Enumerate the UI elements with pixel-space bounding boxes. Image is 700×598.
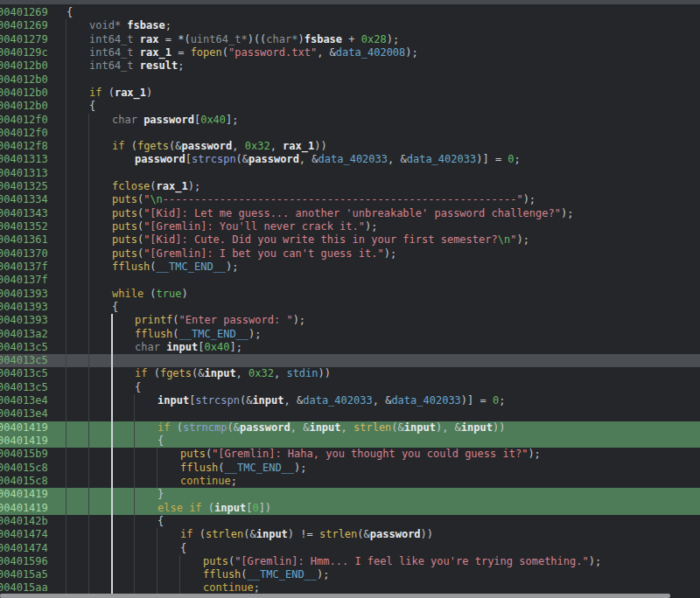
- code-line[interactable]: 004012f0: [0, 127, 700, 140]
- code-token: 0x40: [205, 341, 230, 353]
- code-line[interactable]: 00401370puts("[Gremlin]: I bet you can't…: [0, 247, 700, 261]
- indent-guide: [88, 381, 89, 394]
- code-line[interactable]: 004015b9puts("[Gremlin]: Haha, you thoug…: [0, 448, 700, 461]
- code-line[interactable]: 00401419if (strncmp(&password, &input, s…: [0, 421, 700, 435]
- indent-guide: [88, 407, 89, 421]
- code-line[interactable]: 00401393while (true): [0, 288, 700, 301]
- code-line[interactable]: 004013e4input[strcspn(&input, &data_4020…: [0, 394, 700, 407]
- indent-guide: [88, 462, 89, 475]
- line-address: 00401393: [0, 301, 48, 314]
- indent-guide: [88, 528, 89, 541]
- code-line[interactable]: 004012b0: [0, 73, 700, 87]
- code-line[interactable]: 00401352puts("[Gremlin]: You'll never cr…: [0, 220, 700, 233]
- line-address: 0040129c: [0, 46, 48, 59]
- line-address: 0040142b: [0, 515, 48, 528]
- code-line[interactable]: 004013e4: [0, 407, 700, 421]
- code-line[interactable]: 004013c5char input[0x40];: [0, 341, 700, 354]
- code-text: input[strcspn(&input, &data_402033, &dat…: [158, 394, 505, 407]
- code-line[interactable]: 004013c5if (fgets(&input, 0x32, stdin)): [0, 367, 700, 380]
- code-token: }: [158, 488, 164, 500]
- code-token: __TMC_END__: [179, 328, 248, 340]
- code-line[interactable]: 00401334puts("\n------------------------…: [0, 193, 700, 206]
- code-line[interactable]: 00401361puts("[Kid]: Cute. Did you write…: [0, 233, 700, 247]
- code-line[interactable]: 00401343puts("[Kid]: Let me guess... ano…: [0, 207, 700, 220]
- indent-guide: [157, 462, 158, 475]
- code-token: int64_t: [89, 33, 134, 45]
- code-line[interactable]: 00401474{: [0, 542, 700, 555]
- code-line[interactable]: 0040137ffflush(__TMC_END__);: [0, 261, 700, 274]
- indent-guide: [88, 207, 89, 220]
- code-line[interactable]: 004013c5: [0, 354, 700, 367]
- horizontal-scrollbar-thumb[interactable]: [0, 594, 670, 598]
- code-token: ;: [514, 153, 521, 165]
- line-address: 00401269: [0, 19, 48, 32]
- code-line[interactable]: 00401313: [0, 167, 700, 180]
- code-line[interactable]: 004015c8fflush(__TMC_END__);: [0, 462, 700, 475]
- code-line[interactable]: 004012f0char password[0x40];: [0, 114, 700, 127]
- code-line[interactable]: 00401419else if (input[0]): [0, 502, 700, 515]
- code-token: input: [204, 367, 235, 379]
- code-token: ----------------------------------------…: [163, 193, 523, 205]
- code-line[interactable]: 004013c5{: [0, 381, 700, 394]
- code-line[interactable]: 00401279int64_t rax = *(uint64_t*)((char…: [0, 33, 700, 46]
- code-token: ,: [270, 140, 283, 152]
- line-address: 004013e4: [0, 407, 48, 421]
- indent-guide: [66, 528, 66, 541]
- code-token: );: [248, 328, 261, 340]
- indent-guide: [66, 328, 66, 341]
- code-token: = *(: [159, 33, 191, 45]
- code-line[interactable]: 00401393{: [0, 301, 700, 314]
- code-token: fgets: [160, 367, 192, 379]
- code-token: if: [189, 502, 201, 514]
- code-token: ): [181, 288, 187, 300]
- decompiler-code-view[interactable]: 00401269{00401269void* fsbase;00401279in…: [0, 4, 700, 598]
- indent-guide: [88, 314, 89, 327]
- code-line[interactable]: 004012b0int64_t result;: [0, 59, 700, 73]
- code-token: (&: [391, 421, 403, 434]
- line-address: 004013c5: [0, 381, 48, 394]
- code-token: ;: [231, 475, 237, 487]
- code-token: rax_1: [157, 180, 188, 192]
- line-address: 004015b9: [0, 448, 48, 461]
- code-token: );: [226, 261, 238, 273]
- code-line[interactable]: 00401269void* fsbase;: [0, 19, 700, 32]
- code-line[interactable]: 00401325fclose(rax_1);: [0, 180, 700, 193]
- code-text: continue;: [180, 475, 237, 488]
- code-line[interactable]: 00401596puts("[Gremlin]: Hmm... I feel l…: [0, 555, 700, 568]
- code-line[interactable]: 004012b0if (rax_1): [0, 87, 700, 100]
- code-token: input: [404, 421, 436, 434]
- code-line[interactable]: 004015a5fflush(__TMC_END__);: [0, 568, 700, 581]
- indent-guide: [179, 555, 180, 568]
- code-line[interactable]: 0040129cint64_t rax_1 = fopen("password.…: [0, 46, 700, 59]
- indent-guide: [111, 407, 113, 421]
- code-line[interactable]: 00401393printf("Enter password: ");: [0, 314, 700, 327]
- code-text: puts("[Kid]: Cute. Did you write this in…: [112, 233, 529, 247]
- code-line[interactable]: 0040137f: [0, 274, 700, 287]
- code-token: );: [188, 180, 200, 192]
- code-area[interactable]: 00401269{00401269void* fsbase;00401279in…: [0, 4, 700, 595]
- code-token: input: [252, 394, 284, 407]
- code-token: password: [144, 114, 194, 126]
- code-token: (: [172, 328, 178, 340]
- code-line[interactable]: 00401419{: [0, 435, 700, 448]
- indent-guide: [111, 354, 113, 367]
- code-line[interactable]: 00401313password[strcspn(&password, &dat…: [0, 153, 700, 166]
- code-token: (&: [243, 528, 256, 540]
- code-text: puts("[Gremlin]: Hmm... I feel like you'…: [203, 555, 601, 568]
- code-token: continue: [180, 475, 231, 487]
- indent-guide: [157, 475, 158, 488]
- code-token: printf: [135, 314, 172, 326]
- code-line[interactable]: 0040142b{: [0, 515, 700, 528]
- code-line[interactable]: 00401474if (strlen(&input) != strlen(&pa…: [0, 528, 700, 541]
- indent-guide: [88, 193, 89, 206]
- code-token: (&: [357, 528, 369, 540]
- code-line[interactable]: 004012f8if (fgets(&password, 0x32, rax_1…: [0, 140, 700, 153]
- code-line[interactable]: 004015c8continue;: [0, 475, 700, 488]
- code-line[interactable]: 004013a2fflush(__TMC_END__);: [0, 328, 700, 341]
- code-token: 0x32: [248, 367, 274, 379]
- line-address: 00401419: [0, 421, 48, 435]
- code-line[interactable]: 00401419}: [0, 488, 700, 501]
- code-line[interactable]: 004012b0{: [0, 100, 700, 113]
- code-token: puts: [180, 448, 206, 460]
- code-line[interactable]: 00401269{: [0, 6, 700, 19]
